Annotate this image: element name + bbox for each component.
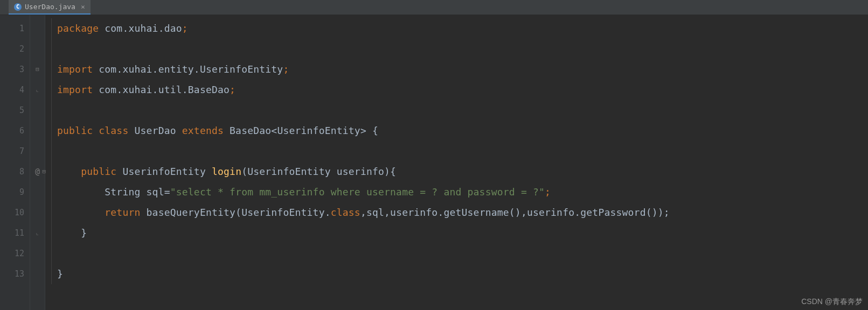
java-class-icon: C [14, 3, 22, 11]
gutter-slot: ⌞ [30, 223, 45, 243]
indent-guide [51, 18, 52, 39]
code-line[interactable]: public class UserDao extends BaseDao<Use… [57, 121, 868, 141]
indent-guide [51, 59, 52, 80]
fold-end-icon[interactable]: ⌞ [30, 80, 45, 100]
code-line[interactable]: } [57, 264, 868, 284]
line-number: 7 [0, 141, 30, 161]
gutter-slot [30, 121, 45, 141]
gutter-slot [30, 100, 45, 121]
indent-guide [51, 39, 52, 59]
override-gutter-icon[interactable]: @ [35, 167, 40, 177]
indent-guide [51, 243, 52, 264]
code-area[interactable]: package com.xuhai.dao; import com.xuhai.… [55, 15, 868, 310]
code-line[interactable]: import com.xuhai.util.BaseDao; [57, 80, 868, 100]
indent-guide [51, 182, 52, 202]
code-line[interactable] [57, 39, 868, 59]
line-number: 11 [0, 223, 30, 243]
gutter-slot: @⊟ [30, 161, 45, 182]
tab-filename: UserDao.java [25, 3, 75, 11]
gutter-slot [30, 39, 45, 59]
line-number: 5 [0, 100, 30, 121]
gutter-slot [30, 141, 45, 161]
line-number: 1 [0, 18, 30, 39]
line-number: 6 [0, 121, 30, 141]
fold-end-icon[interactable]: ⌞ [30, 223, 45, 243]
fold-collapse-icon[interactable]: ⊟ [30, 59, 45, 80]
indent-guide [51, 202, 52, 223]
line-number: 2 [0, 39, 30, 59]
indent-guide [51, 141, 52, 161]
indent-guide [51, 223, 52, 243]
line-number: 9 [0, 182, 30, 202]
line-number: 4 [0, 80, 30, 100]
line-number: 3 [0, 59, 30, 80]
code-line[interactable]: String sql="select * from mm_userinfo wh… [57, 182, 868, 202]
gutter-slot [30, 18, 45, 39]
code-line[interactable]: } [57, 223, 868, 243]
tab-userdao[interactable]: C UserDao.java × [9, 0, 91, 15]
editor-area[interactable]: 1 2 3 4 5 6 7 8 9 10 11 12 13 ⊟ ⌞ @⊟ ⌞ [0, 15, 868, 310]
indent-guide [51, 264, 52, 284]
gutter-slot: ⌞ [30, 80, 45, 100]
line-number: 12 [0, 243, 30, 264]
close-icon[interactable]: × [79, 3, 85, 11]
gutter-slot [30, 202, 45, 223]
indent-guide [51, 80, 52, 100]
gutter-slot: ⊟ [30, 59, 45, 80]
line-number: 8 [0, 161, 30, 182]
indent-guide [51, 161, 52, 182]
tab-bar: C UserDao.java × [0, 0, 868, 15]
code-line[interactable] [57, 141, 868, 161]
gutter-slot [30, 243, 45, 264]
tab-bar-padding [0, 0, 9, 15]
marker-gutter: ⊟ ⌞ @⊟ ⌞ [30, 15, 45, 310]
code-line[interactable]: return baseQueryEntity(UserinfoEntity.cl… [57, 202, 868, 223]
code-line[interactable] [57, 100, 868, 121]
gutter-slot [30, 182, 45, 202]
indent-guide-column [45, 15, 55, 310]
indent-guide [51, 100, 52, 121]
line-number: 13 [0, 264, 30, 284]
code-line[interactable] [57, 243, 868, 264]
code-line[interactable]: public UserinfoEntity login(UserinfoEnti… [57, 161, 868, 182]
indent-guide [51, 121, 52, 141]
line-number: 10 [0, 202, 30, 223]
line-number-gutter: 1 2 3 4 5 6 7 8 9 10 11 12 13 [0, 15, 30, 310]
code-line[interactable]: import com.xuhai.entity.UserinfoEntity; [57, 59, 868, 80]
gutter-slot [30, 264, 45, 284]
code-line[interactable]: package com.xuhai.dao; [57, 18, 868, 39]
